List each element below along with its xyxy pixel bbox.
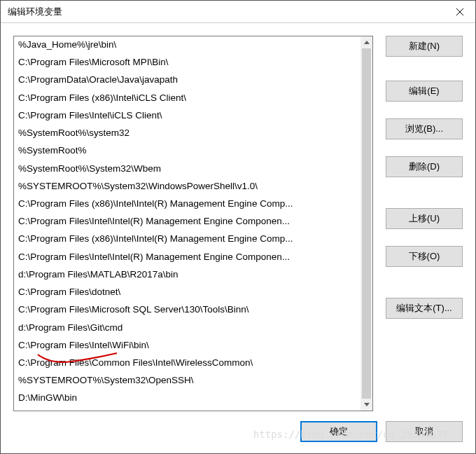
list-item[interactable]: C:\Program Files\Intel\Intel(R) Manageme… (14, 249, 360, 266)
titlebar: 编辑环境变量 (1, 1, 475, 23)
list-item[interactable]: %SYSTEMROOT%\System32\WindowsPowerShell\… (14, 178, 360, 195)
scroll-down-arrow[interactable] (360, 399, 372, 411)
scroll-thumb[interactable] (362, 48, 371, 399)
scroll-up-arrow[interactable] (360, 36, 372, 48)
list-item[interactable]: C:\Program Files (x86)\Intel\Intel(R) Ma… (14, 195, 360, 213)
edit-button[interactable]: 编辑(E) (386, 81, 463, 102)
path-listbox[interactable]: %Java_Home%\jre\bin\ C:\Program Files\Mi… (14, 36, 360, 411)
list-item[interactable]: C:\Program Files\Microsoft MPI\Bin\ (14, 54, 360, 71)
button-column: 新建(N) 编辑(E) 浏览(B)... 删除(D) 上移(U) 下移(O) 编… (386, 36, 463, 411)
list-item[interactable]: %SYSTEMROOT%\System32\OpenSSH\ (14, 372, 360, 390)
list-item[interactable]: %Java_Home%\jre\bin\ (14, 36, 360, 54)
list-item[interactable]: C:\Program Files\Common Files\Intel\Wire… (14, 355, 360, 372)
dialog-window: 编辑环境变量 %Java_Home%\jre\bin\ C:\Program F… (0, 0, 476, 454)
chevron-up-icon (364, 41, 370, 44)
close-icon (456, 8, 464, 16)
list-item[interactable]: C:\Program Files (x86)\Intel\Intel(R) Ma… (14, 231, 360, 248)
list-item[interactable]: C:\Program Files\Intel\Intel(R) Manageme… (14, 213, 360, 231)
content-area: %Java_Home%\jre\bin\ C:\Program Files\Mi… (1, 23, 475, 411)
dialog-footer: https://blog.csdn.net/qq_29381077 确定 取消 (1, 411, 475, 453)
list-item[interactable]: d:\Program Files\MATLAB\R2017a\bin (14, 266, 360, 284)
ok-button[interactable]: 确定 (300, 421, 377, 442)
list-item[interactable]: C:\Program Files\Intel\iCLS Client\ (14, 107, 360, 125)
movedown-button[interactable]: 下移(O) (386, 246, 463, 267)
close-button[interactable] (444, 1, 475, 23)
moveup-button[interactable]: 上移(U) (386, 208, 463, 229)
list-item[interactable]: D:\MinGW\bin (14, 390, 360, 407)
browse-button[interactable]: 浏览(B)... (386, 118, 463, 139)
edittext-button[interactable]: 编辑文本(T)... (386, 298, 463, 319)
new-button[interactable]: 新建(N) (386, 36, 463, 57)
list-item[interactable]: %SystemRoot%\system32 (14, 125, 360, 142)
list-item[interactable]: C:\Program Files\dotnet\ (14, 284, 360, 301)
list-item[interactable]: C:\ProgramData\Oracle\Java\javapath (14, 71, 360, 89)
list-item[interactable]: %SystemRoot% (14, 142, 360, 160)
list-item[interactable]: C:\Program Files\Intel\WiFi\bin\ (14, 337, 360, 355)
scrollbar[interactable] (360, 36, 372, 411)
list-item[interactable]: %SystemRoot%\System32\Wbem (14, 160, 360, 178)
chevron-down-icon (364, 403, 370, 406)
list-item[interactable]: C:\Program Files (x86)\Intel\iCLS Client… (14, 90, 360, 107)
cancel-button[interactable]: 取消 (386, 421, 463, 442)
path-list-container: %Java_Home%\jre\bin\ C:\Program Files\Mi… (13, 36, 373, 411)
list-item[interactable]: d:\Program Files\Git\cmd (14, 319, 360, 337)
delete-button[interactable]: 删除(D) (386, 156, 463, 177)
window-title: 编辑环境变量 (8, 6, 62, 18)
list-item[interactable]: C:\Program Files\Microsoft SQL Server\13… (14, 301, 360, 319)
